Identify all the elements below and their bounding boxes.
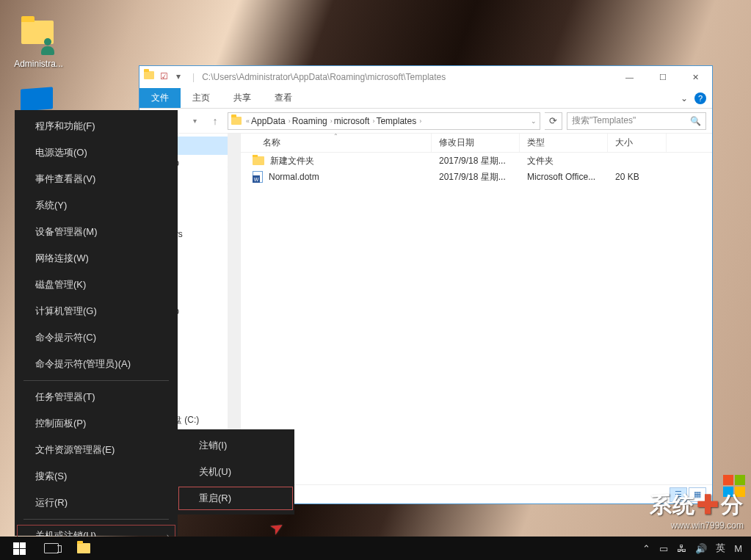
winx-item[interactable]: 程序和功能(F) [15,113,178,139]
network-icon[interactable]: 🖧 [677,543,686,554]
folder-user-icon [21,21,57,56]
winx-item[interactable]: 搜索(S) [15,463,178,490]
action-center-icon[interactable]: ▭ [659,543,668,554]
winx-item[interactable]: 任务管理器(T) [15,384,178,410]
nav-up-button[interactable]: ↑ [207,113,223,129]
shutdown-submenu: 注销(I) 关机(U) 重启(R) [177,429,294,514]
sort-indicator-icon: ⌃ [333,134,338,139]
ribbon-tabs: 文件 主页 共享 查看 ⌄ ? [139,88,712,109]
titlebar[interactable]: ☑ ▾ | C:\Users\Administrator\AppData\Roa… [139,66,712,88]
winx-item[interactable]: 设备管理器(M) [15,219,178,245]
winx-item[interactable]: 运行(R) [15,490,178,516]
nav-recent-dropdown[interactable]: ▾ [186,113,203,129]
search-placeholder: 搜索"Templates" [572,114,636,127]
col-type[interactable]: 类型 [520,134,608,152]
submenu-item-shutdown[interactable]: 关机(U) [177,459,294,485]
winx-item[interactable]: 文件资源管理器(E) [15,437,178,463]
winx-item[interactable]: 命令提示符(C) [15,324,178,351]
volume-icon[interactable]: 🔊 [695,543,707,554]
desktop-icon-admin-folder[interactable]: Administra... [11,15,66,69]
minimize-button[interactable]: — [613,66,646,88]
taskbar[interactable]: ⌃ ▭ 🖧 🔊 英 M [0,537,751,560]
winx-item[interactable]: 事件查看器(V) [15,166,178,192]
address-dropdown-icon[interactable]: ⌄ [531,117,537,125]
quick-access-toolbar: ☑ ▾ | [144,71,195,83]
winx-item[interactable]: 控制面板(P) [15,410,178,437]
task-view-icon [44,543,59,553]
file-row[interactable]: 新建文件夹2017/9/18 星期...文件夹 [241,153,712,169]
menu-separator [23,519,169,520]
ime-indicator[interactable]: M [734,543,742,554]
folder-icon [231,117,242,125]
breadcrumb-seg[interactable]: Roaming [292,116,327,126]
desktop-icon-thispc[interactable] [21,87,53,111]
column-headers[interactable]: ⌃名称 修改日期 类型 大小 [241,134,712,153]
winx-menu: 程序和功能(F)电源选项(O)事件查看器(V)系统(Y)设备管理器(M)网络连接… [15,110,178,536]
breadcrumb-seg[interactable]: AppData [251,116,286,126]
task-view-button[interactable] [35,537,68,560]
winx-item[interactable]: 计算机管理(G) [15,298,178,324]
submenu-item-signout[interactable]: 注销(I) [177,432,294,459]
search-icon: 🔍 [690,116,701,126]
file-type: Microsoft Office... [520,172,608,182]
watermark-url: www.win7999.com [650,520,744,531]
file-date: 2017/9/18 星期... [432,155,520,167]
winx-item[interactable]: 系统(Y) [15,192,178,219]
ribbon-expand-icon[interactable]: ⌄ [678,92,690,104]
chevron-right-icon[interactable]: « [246,117,250,125]
tab-file[interactable]: 文件 [139,88,181,108]
winx-item[interactable]: 命令提示符(管理员)(A) [15,351,178,377]
col-name[interactable]: ⌃名称 [241,134,432,152]
file-type: 文件夹 [520,155,608,167]
address-toolbar: ← → ▾ ↑ « AppData› Roaming› microsoft› T… [139,109,712,134]
plus-icon: ✚ [697,490,719,520]
file-list-pane[interactable]: ⌃名称 修改日期 类型 大小 新建文件夹2017/9/18 星期...文件夹No… [241,134,712,484]
col-size[interactable]: 大小 [608,134,667,152]
file-size: 20 KB [608,172,667,182]
file-row[interactable]: Normal.dotm2017/9/18 星期...Microsoft Offi… [241,169,712,185]
folder-icon [144,71,156,83]
window-title-path: C:\Users\Administrator\AppData\Roaming\m… [202,72,446,82]
chevron-right-icon[interactable]: › [419,117,421,125]
file-name: Normal.dotm [269,172,319,182]
folder-icon [253,156,264,165]
search-input[interactable]: 搜索"Templates" 🔍 [567,112,706,130]
close-button[interactable]: ✕ [679,66,712,88]
taskbar-item-explorer[interactable] [68,537,100,560]
tab-share[interactable]: 共享 [222,88,263,108]
menu-separator [23,380,169,381]
maximize-button[interactable]: ☐ [646,66,679,88]
breadcrumb-seg[interactable]: microsoft [334,116,370,126]
tab-home[interactable]: 主页 [181,88,222,108]
chevron-right-icon[interactable]: › [330,117,333,125]
watermark: 系统 ✚ 分 www.win7999.com [650,490,744,531]
winx-item[interactable]: 网络连接(W) [15,245,178,272]
tab-view[interactable]: 查看 [263,88,304,108]
winx-item[interactable]: 电源选项(O) [15,139,178,166]
winx-item[interactable]: 磁盘管理(K) [15,272,178,298]
document-icon [253,171,263,183]
qat-dropdown-icon[interactable]: ▾ [176,71,188,83]
file-name: 新建文件夹 [270,155,314,167]
windows-logo-icon [13,542,26,555]
watermark-brand: 分 [721,490,744,520]
tray-overflow-icon[interactable]: ⌃ [642,543,650,554]
breadcrumb-seg[interactable]: Templates [376,116,416,126]
help-icon[interactable]: ? [694,92,706,104]
chevron-right-icon[interactable]: › [372,117,374,125]
chevron-right-icon[interactable]: › [289,117,291,125]
folder-icon [77,543,90,553]
ime-indicator[interactable]: 英 [716,542,725,555]
desktop-icon-label: Administra... [11,59,66,69]
address-bar[interactable]: « AppData› Roaming› microsoft› Templates… [228,112,540,130]
refresh-button[interactable]: ⟳ [545,112,562,130]
start-button[interactable] [3,537,35,560]
col-date[interactable]: 修改日期 [432,134,520,152]
watermark-brand: 系统 [650,490,695,520]
properties-icon[interactable]: ☑ [160,71,172,83]
submenu-item-restart[interactable]: 重启(R) [177,485,294,512]
system-tray[interactable]: ⌃ ▭ 🖧 🔊 英 M [642,542,748,555]
file-date: 2017/9/18 星期... [432,171,520,183]
